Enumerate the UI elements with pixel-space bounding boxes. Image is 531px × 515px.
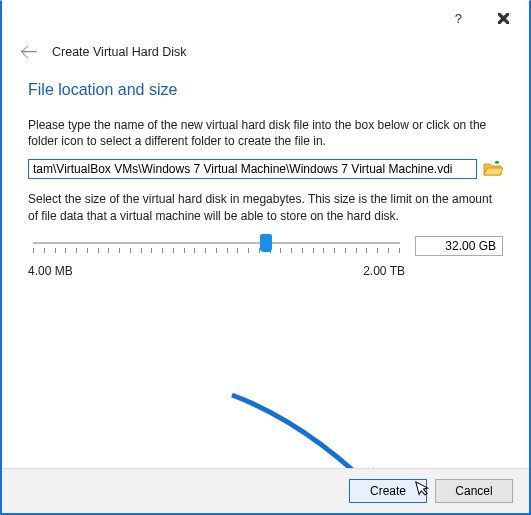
size-description: Select the size of the virtual hard disk… bbox=[28, 191, 503, 223]
size-slider-area: 32.00 GB 4.00 MB 2.00 TB bbox=[28, 234, 503, 278]
cancel-button[interactable]: Cancel bbox=[435, 479, 513, 503]
close-icon[interactable]: 🗙 bbox=[486, 10, 521, 27]
path-row bbox=[28, 159, 503, 179]
back-arrow-icon[interactable]: 🡠 bbox=[20, 43, 38, 61]
section-title: File location and size bbox=[28, 81, 503, 99]
footer-buttons: Create Cancel bbox=[2, 468, 529, 513]
content-area: File location and size Please type the n… bbox=[2, 65, 529, 468]
slider-thumb[interactable] bbox=[260, 234, 272, 252]
path-description: Please type the name of the new virtual … bbox=[28, 117, 503, 149]
size-slider[interactable] bbox=[28, 234, 405, 258]
wizard-header: 🡠 Create Virtual Hard Disk bbox=[2, 35, 529, 65]
slider-min-label: 4.00 MB bbox=[28, 264, 73, 278]
titlebar: ? 🗙 bbox=[2, 1, 529, 35]
folder-icon[interactable] bbox=[483, 160, 503, 178]
help-icon[interactable]: ? bbox=[455, 11, 462, 26]
create-button[interactable]: Create bbox=[349, 479, 427, 503]
size-value-box[interactable]: 32.00 GB bbox=[415, 236, 503, 256]
file-path-input[interactable] bbox=[28, 159, 477, 179]
wizard-title: Create Virtual Hard Disk bbox=[52, 45, 187, 59]
slider-max-label: 2.00 TB bbox=[363, 264, 405, 278]
